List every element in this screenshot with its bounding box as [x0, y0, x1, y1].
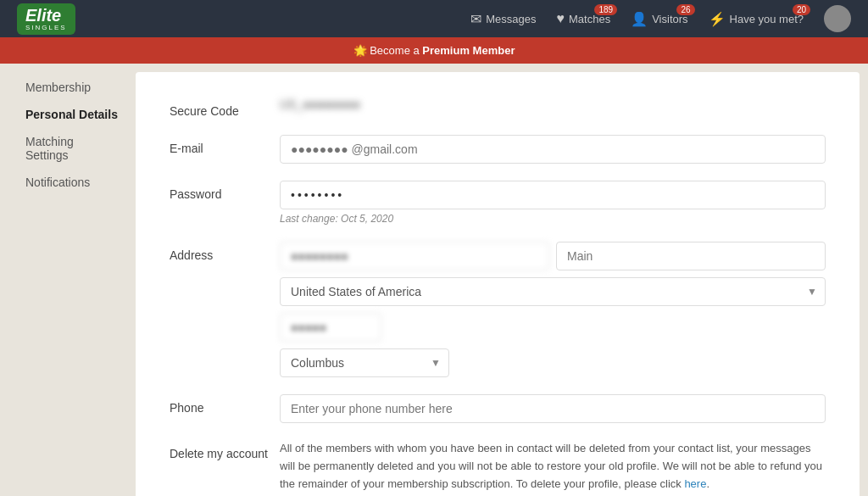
- nav-matches[interactable]: ♥ Matches 189: [557, 11, 611, 26]
- user-avatar[interactable]: [824, 5, 851, 32]
- email-row: E-mail: [170, 135, 826, 164]
- address-apt-input[interactable]: [556, 242, 826, 270]
- address-label: Address: [170, 242, 280, 262]
- secure-code-value: US_●●●●●●●●: [280, 98, 360, 111]
- country-select[interactable]: United States of America: [280, 277, 826, 306]
- logo-text: Elite: [25, 6, 61, 25]
- email-field-wrapper: [280, 135, 826, 164]
- delete-account-text: All of the members with whom you have be…: [280, 440, 826, 493]
- visitors-badge: 26: [676, 4, 694, 15]
- address-fields: United States of America ▼ Columbus ▼: [280, 242, 826, 377]
- have-you-met-icon: ⚡: [709, 11, 726, 27]
- delete-account-row: Delete my account All of the members wit…: [170, 440, 826, 493]
- delete-account-label: Delete my account: [170, 440, 280, 460]
- delete-account-text-wrapper: All of the members with whom you have be…: [280, 440, 826, 493]
- logo-sub: SINGLES: [25, 24, 67, 31]
- visitors-icon: 👤: [631, 11, 648, 27]
- phone-input[interactable]: [280, 394, 826, 423]
- email-input[interactable]: [280, 135, 826, 164]
- city-select-wrapper: Columbus ▼: [280, 348, 449, 377]
- nav-have-you-met[interactable]: ⚡ Have you met? 20: [709, 11, 804, 27]
- password-row: Password Last change: Oct 5, 2020: [170, 181, 826, 225]
- nav-messages-label: Messages: [486, 13, 536, 25]
- password-label: Password: [170, 181, 280, 201]
- secure-code-label: Secure Code: [170, 98, 280, 118]
- nav-have-you-met-label: Have you met?: [730, 13, 804, 25]
- matches-icon: ♥: [557, 11, 565, 26]
- secure-code-row: Secure Code US_●●●●●●●●: [170, 98, 826, 118]
- phone-field-wrapper: [280, 394, 826, 423]
- password-last-change: Last change: Oct 5, 2020: [280, 213, 826, 225]
- city-select[interactable]: Columbus: [280, 348, 449, 377]
- main-nav: ✉ Messages ♥ Matches 189 👤 Visitors 26 ⚡…: [470, 5, 851, 32]
- sidebar-item-personal-details[interactable]: Personal Details: [25, 108, 119, 121]
- phone-label: Phone: [170, 394, 280, 415]
- content-area: Secure Code US_●●●●●●●● E-mail Password …: [136, 72, 860, 496]
- address-zip-input[interactable]: [280, 313, 381, 342]
- sidebar: Membership Personal Details Matching Set…: [0, 64, 136, 496]
- country-select-wrapper: United States of America ▼: [280, 277, 826, 306]
- address-street-input[interactable]: [280, 242, 549, 270]
- delete-account-link[interactable]: here: [684, 477, 706, 490]
- premium-banner[interactable]: 🌟 Become a Premium Member: [0, 37, 868, 64]
- sidebar-item-notifications[interactable]: Notifications: [25, 176, 119, 189]
- address-top-row: [280, 242, 826, 270]
- sidebar-item-matching-settings[interactable]: Matching Settings: [25, 135, 119, 162]
- messages-icon: ✉: [470, 11, 481, 27]
- premium-banner-prefix: Become a: [370, 44, 422, 57]
- phone-row: Phone: [170, 394, 826, 423]
- matches-badge: 189: [594, 4, 617, 15]
- premium-banner-highlight: Premium Member: [422, 44, 515, 57]
- sidebar-item-membership[interactable]: Membership: [25, 81, 119, 94]
- nav-messages[interactable]: ✉ Messages: [470, 11, 536, 27]
- header: Elite SINGLES ✉ Messages ♥ Matches 189 👤…: [0, 0, 868, 37]
- main-layout: Membership Personal Details Matching Set…: [0, 64, 868, 496]
- logo[interactable]: Elite SINGLES: [17, 3, 75, 35]
- nav-visitors[interactable]: 👤 Visitors 26: [631, 11, 687, 27]
- premium-banner-icon: 🌟: [353, 44, 367, 57]
- password-input[interactable]: [280, 181, 826, 209]
- address-row: Address United States of America ▼ Colum…: [170, 242, 826, 377]
- password-field-wrapper: Last change: Oct 5, 2020: [280, 181, 826, 225]
- secure-code-field: US_●●●●●●●●: [280, 98, 826, 111]
- have-you-met-badge: 20: [793, 4, 810, 15]
- email-label: E-mail: [170, 135, 280, 155]
